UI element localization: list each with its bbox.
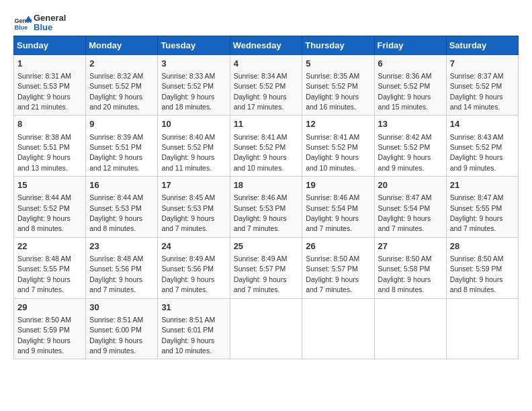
- day-info: Sunrise: 8:40 AMSunset: 5:52 PMDaylight:…: [161, 133, 215, 172]
- calendar-cell: 25Sunrise: 8:49 AMSunset: 5:57 PMDayligh…: [230, 237, 302, 298]
- day-number: 16: [89, 179, 154, 191]
- day-number: 6: [378, 58, 443, 70]
- calendar-cell: 17Sunrise: 8:45 AMSunset: 5:53 PMDayligh…: [158, 177, 230, 238]
- calendar-header-row: SundayMondayTuesdayWednesdayThursdayFrid…: [14, 36, 519, 54]
- day-info: Sunrise: 8:48 AMSunset: 5:55 PMDaylight:…: [17, 255, 71, 293]
- calendar-cell: 4Sunrise: 8:34 AMSunset: 5:52 PMDaylight…: [230, 54, 302, 116]
- day-number: 23: [89, 240, 154, 253]
- day-number: 7: [450, 58, 515, 70]
- day-info: Sunrise: 8:45 AMSunset: 5:53 PMDaylight:…: [161, 193, 215, 232]
- day-number: 10: [161, 118, 226, 130]
- day-info: Sunrise: 8:48 AMSunset: 5:56 PMDaylight:…: [89, 255, 143, 293]
- calendar-week-1: 1Sunrise: 8:31 AMSunset: 5:53 PMDaylight…: [14, 54, 519, 116]
- day-info: Sunrise: 8:44 AMSunset: 5:52 PMDaylight:…: [17, 193, 71, 232]
- day-info: Sunrise: 8:41 AMSunset: 5:52 PMDaylight:…: [306, 133, 359, 172]
- day-info: Sunrise: 8:42 AMSunset: 5:52 PMDaylight:…: [378, 133, 432, 172]
- day-number: 28: [450, 240, 515, 253]
- day-info: Sunrise: 8:50 AMSunset: 5:59 PMDaylight:…: [450, 255, 504, 293]
- day-info: Sunrise: 8:47 AMSunset: 5:55 PMDaylight:…: [450, 193, 504, 232]
- day-info: Sunrise: 8:39 AMSunset: 5:51 PMDaylight:…: [89, 133, 143, 172]
- column-header-monday: Monday: [86, 36, 158, 54]
- day-info: Sunrise: 8:32 AMSunset: 5:52 PMDaylight:…: [89, 72, 143, 111]
- calendar-cell: 28Sunrise: 8:50 AMSunset: 5:59 PMDayligh…: [446, 237, 518, 298]
- day-number: 21: [450, 179, 515, 191]
- day-number: 20: [378, 179, 443, 191]
- day-info: Sunrise: 8:37 AMSunset: 5:52 PMDaylight:…: [450, 72, 504, 111]
- logo-blue: Blue: [34, 23, 66, 32]
- day-info: Sunrise: 8:44 AMSunset: 5:53 PMDaylight:…: [89, 193, 143, 232]
- day-number: 4: [234, 58, 299, 70]
- calendar-table: SundayMondayTuesdayWednesdayThursdayFrid…: [13, 36, 519, 360]
- calendar-cell: 15Sunrise: 8:44 AMSunset: 5:52 PMDayligh…: [14, 177, 86, 238]
- header: General Blue General Blue: [13, 13, 519, 33]
- day-number: 9: [89, 118, 154, 130]
- logo: General Blue General Blue: [13, 13, 66, 33]
- calendar-cell: 5Sunrise: 8:35 AMSunset: 5:52 PMDaylight…: [302, 54, 374, 116]
- day-number: 12: [306, 118, 370, 130]
- day-number: 11: [234, 118, 299, 130]
- calendar-cell: [374, 298, 446, 359]
- calendar-cell: 9Sunrise: 8:39 AMSunset: 5:51 PMDaylight…: [86, 116, 158, 177]
- calendar-cell: 18Sunrise: 8:46 AMSunset: 5:53 PMDayligh…: [230, 177, 302, 238]
- calendar-cell: 27Sunrise: 8:50 AMSunset: 5:58 PMDayligh…: [374, 237, 446, 298]
- calendar-cell: 13Sunrise: 8:42 AMSunset: 5:52 PMDayligh…: [374, 116, 446, 177]
- day-number: 30: [89, 302, 154, 314]
- column-header-wednesday: Wednesday: [230, 36, 302, 54]
- column-header-sunday: Sunday: [14, 36, 86, 54]
- day-number: 8: [17, 118, 82, 130]
- calendar-cell: 11Sunrise: 8:41 AMSunset: 5:52 PMDayligh…: [230, 116, 302, 177]
- calendar-cell: 30Sunrise: 8:51 AMSunset: 6:00 PMDayligh…: [86, 298, 158, 359]
- day-number: 19: [306, 179, 370, 191]
- calendar-week-4: 22Sunrise: 8:48 AMSunset: 5:55 PMDayligh…: [14, 237, 519, 298]
- calendar-cell: 16Sunrise: 8:44 AMSunset: 5:53 PMDayligh…: [86, 177, 158, 238]
- day-number: 26: [306, 240, 370, 253]
- day-number: 14: [450, 118, 515, 130]
- day-number: 24: [161, 240, 226, 253]
- calendar-cell: 6Sunrise: 8:36 AMSunset: 5:52 PMDaylight…: [374, 54, 446, 116]
- calendar-cell: 12Sunrise: 8:41 AMSunset: 5:52 PMDayligh…: [302, 116, 374, 177]
- calendar-cell: 14Sunrise: 8:43 AMSunset: 5:52 PMDayligh…: [446, 116, 518, 177]
- calendar-cell: [230, 298, 302, 359]
- day-info: Sunrise: 8:31 AMSunset: 5:53 PMDaylight:…: [17, 72, 71, 111]
- day-info: Sunrise: 8:41 AMSunset: 5:52 PMDaylight:…: [234, 133, 287, 172]
- column-header-thursday: Thursday: [302, 36, 374, 54]
- day-number: 22: [17, 240, 82, 253]
- day-info: Sunrise: 8:35 AMSunset: 5:52 PMDaylight:…: [306, 72, 359, 111]
- calendar-cell: 19Sunrise: 8:46 AMSunset: 5:54 PMDayligh…: [302, 177, 374, 238]
- calendar-cell: 26Sunrise: 8:50 AMSunset: 5:57 PMDayligh…: [302, 237, 374, 298]
- day-info: Sunrise: 8:46 AMSunset: 5:53 PMDaylight:…: [234, 193, 287, 232]
- day-number: 2: [89, 58, 154, 70]
- day-number: 15: [17, 179, 82, 191]
- day-number: 29: [17, 302, 82, 314]
- column-header-saturday: Saturday: [446, 36, 518, 54]
- day-info: Sunrise: 8:38 AMSunset: 5:51 PMDaylight:…: [17, 133, 71, 172]
- column-header-friday: Friday: [374, 36, 446, 54]
- day-info: Sunrise: 8:49 AMSunset: 5:56 PMDaylight:…: [161, 255, 215, 293]
- day-info: Sunrise: 8:50 AMSunset: 5:59 PMDaylight:…: [17, 316, 71, 355]
- calendar-week-5: 29Sunrise: 8:50 AMSunset: 5:59 PMDayligh…: [14, 298, 519, 359]
- day-number: 31: [161, 302, 226, 314]
- day-info: Sunrise: 8:34 AMSunset: 5:52 PMDaylight:…: [234, 72, 287, 111]
- day-number: 13: [378, 118, 443, 130]
- calendar-week-2: 8Sunrise: 8:38 AMSunset: 5:51 PMDaylight…: [14, 116, 519, 177]
- calendar-cell: 23Sunrise: 8:48 AMSunset: 5:56 PMDayligh…: [86, 237, 158, 298]
- calendar-cell: [302, 298, 374, 359]
- day-number: 17: [161, 179, 226, 191]
- day-number: 3: [161, 58, 226, 70]
- day-info: Sunrise: 8:36 AMSunset: 5:52 PMDaylight:…: [378, 72, 432, 111]
- svg-text:Blue: Blue: [14, 24, 28, 31]
- day-number: 25: [234, 240, 299, 253]
- day-number: 1: [17, 58, 82, 70]
- calendar-cell: 24Sunrise: 8:49 AMSunset: 5:56 PMDayligh…: [158, 237, 230, 298]
- logo-general: General: [34, 13, 66, 23]
- calendar-cell: 29Sunrise: 8:50 AMSunset: 5:59 PMDayligh…: [14, 298, 86, 359]
- calendar-cell: 10Sunrise: 8:40 AMSunset: 5:52 PMDayligh…: [158, 116, 230, 177]
- calendar-cell: 8Sunrise: 8:38 AMSunset: 5:51 PMDaylight…: [14, 116, 86, 177]
- day-info: Sunrise: 8:47 AMSunset: 5:54 PMDaylight:…: [378, 193, 432, 232]
- column-header-tuesday: Tuesday: [158, 36, 230, 54]
- calendar-cell: 31Sunrise: 8:51 AMSunset: 6:01 PMDayligh…: [158, 298, 230, 359]
- calendar-week-3: 15Sunrise: 8:44 AMSunset: 5:52 PMDayligh…: [14, 177, 519, 238]
- day-number: 18: [234, 179, 299, 191]
- calendar-cell: 21Sunrise: 8:47 AMSunset: 5:55 PMDayligh…: [446, 177, 518, 238]
- day-info: Sunrise: 8:46 AMSunset: 5:54 PMDaylight:…: [306, 193, 359, 232]
